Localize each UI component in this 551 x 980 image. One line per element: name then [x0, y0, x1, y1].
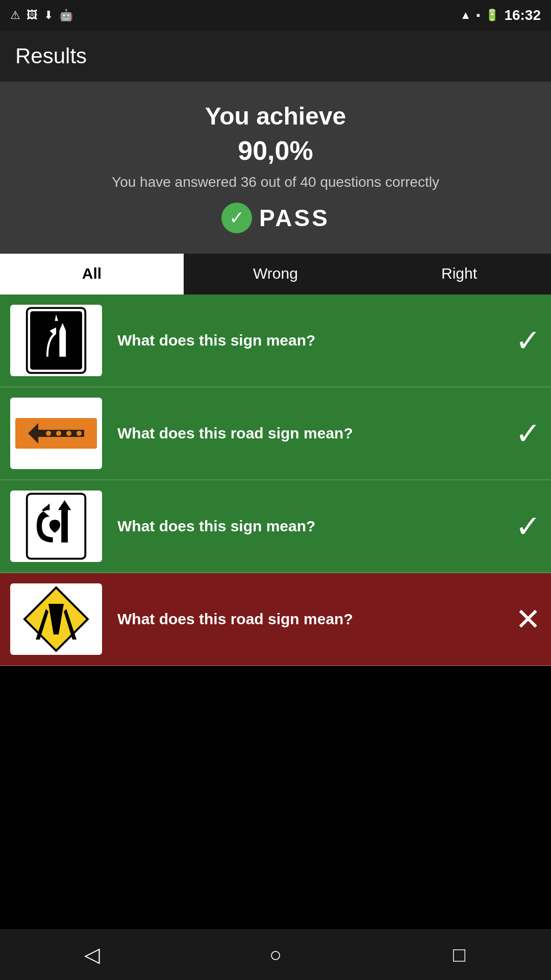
svg-point-11 [77, 431, 82, 436]
question-item[interactable]: What does this sign mean? ✓ [0, 295, 551, 387]
question-text: What does this sign mean? [117, 330, 507, 351]
sign-image [10, 398, 102, 469]
battery-icon: 🔋 [485, 9, 499, 22]
result-pass: ✓ PASS [15, 203, 536, 233]
svg-point-8 [46, 431, 51, 436]
sign-image [10, 583, 102, 655]
result-detail: You have answered 36 out of 40 questions… [15, 174, 536, 190]
download-icon: ⬇ [44, 9, 53, 22]
svg-point-9 [56, 431, 61, 436]
tab-right[interactable]: Right [367, 254, 551, 295]
question-text: What does this road sign mean? [117, 608, 507, 630]
svg-rect-2 [59, 331, 66, 357]
back-button[interactable]: ◁ [71, 934, 112, 975]
sign-image [10, 491, 102, 562]
status-icons-right: ▲ ▪ 🔋 16:32 [460, 7, 541, 23]
question-item[interactable]: What does this road sign mean? ✕ [0, 573, 551, 666]
signal-icon: ▪ [477, 9, 481, 22]
pass-circle: ✓ [221, 203, 252, 233]
sign-image [10, 305, 102, 376]
question-text: What does this sign mean? [117, 516, 507, 537]
question-item[interactable]: What does this sign mean? ✓ [0, 480, 551, 573]
page-title: Results [15, 44, 87, 68]
correct-icon: ✓ [515, 323, 541, 358]
tab-wrong[interactable]: Wrong [184, 254, 367, 295]
question-text: What does this road sign mean? [117, 423, 507, 444]
correct-icon: ✓ [515, 415, 541, 451]
correct-icon: ✓ [515, 508, 541, 544]
status-time: 16:32 [504, 7, 541, 23]
question-item[interactable]: What does this road sign mean? ✓ [0, 387, 551, 480]
tab-all[interactable]: All [0, 254, 184, 295]
wifi-icon: ▲ [460, 9, 471, 22]
svg-point-10 [66, 431, 71, 436]
bottom-nav: ◁ ○ □ [0, 929, 551, 980]
home-button[interactable]: ○ [255, 934, 296, 975]
achieve-label: You achieve [15, 102, 536, 130]
pass-label: PASS [259, 204, 330, 232]
image-icon: 🖼 [27, 9, 38, 22]
result-percent: 90,0% [15, 135, 536, 166]
android-icon: 🤖 [59, 9, 73, 22]
recents-button[interactable]: □ [439, 934, 480, 975]
status-bar: ⚠ 🖼 ⬇ 🤖 ▲ ▪ 🔋 16:32 [0, 0, 551, 31]
pass-check-icon: ✓ [229, 209, 244, 227]
svg-rect-13 [61, 510, 68, 543]
questions-list: What does this sign mean? ✓ What does th… [0, 295, 551, 666]
status-icons-left: ⚠ 🖼 ⬇ 🤖 [10, 9, 73, 22]
tabs-bar: All Wrong Right [0, 254, 551, 295]
result-card: You achieve 90,0% You have answered 36 o… [0, 82, 551, 254]
app-bar: Results [0, 31, 551, 82]
warning-icon: ⚠ [10, 9, 20, 22]
wrong-icon: ✕ [515, 601, 541, 637]
